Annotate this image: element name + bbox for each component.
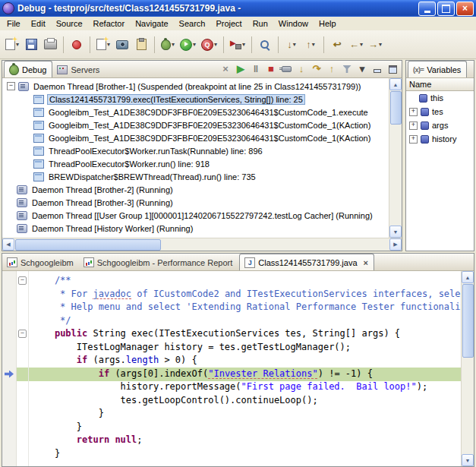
- debug-tree-vertical-scrollbar[interactable]: ▲ ▼: [389, 78, 402, 238]
- menu-help[interactable]: Help: [314, 17, 342, 30]
- scroll-thumb[interactable]: [15, 239, 161, 251]
- minimize-window-button[interactable]: [418, 2, 436, 16]
- tree-item-label: Daemon Thread [[User Group 1][000001]124…: [30, 211, 374, 220]
- step-over-button[interactable]: ↷: [310, 63, 323, 76]
- last-edit-location-button[interactable]: ↩: [328, 35, 346, 55]
- tab-servers[interactable]: Servers: [52, 62, 105, 77]
- menu-window[interactable]: Window: [273, 17, 314, 30]
- code-token: length: [126, 355, 159, 365]
- scroll-thumb[interactable]: [462, 284, 474, 358]
- test-report-button[interactable]: [132, 35, 150, 55]
- scroll-up-button[interactable]: ▲: [389, 78, 402, 90]
- menu-run[interactable]: Run: [247, 17, 273, 30]
- step-into-button[interactable]: ↓: [295, 63, 308, 76]
- variable-row[interactable]: +history: [406, 132, 474, 146]
- tab-schgoogleibm-performance-report[interactable]: Schgoogleibm - Performance Report: [79, 254, 238, 270]
- debug-view-toolbar: ×▶‖■↓↷↑▾: [216, 61, 402, 77]
- tab-class1241455731799-java[interactable]: JClass1241455731799.java×: [239, 254, 374, 270]
- menu-source[interactable]: Source: [51, 17, 88, 30]
- folding-ruler[interactable]: −−: [16, 271, 29, 466]
- menu-refactor[interactable]: Refactor: [88, 17, 131, 30]
- tab-schgoogleibm[interactable]: Schgoogleibm: [2, 254, 79, 270]
- code-token: if: [77, 355, 87, 365]
- scroll-down-button[interactable]: ▼: [462, 454, 474, 466]
- tree-item-stack-frame[interactable]: Googleibm_Test_A1DE38C9DDF3FBF0E209E5323…: [2, 131, 389, 144]
- tab-variables[interactable]: (x)= Variables: [408, 61, 467, 77]
- expander-minus-icon[interactable]: −: [7, 82, 15, 90]
- java-editor[interactable]: −− /** * For javadoc of ICustomCode2 and…: [2, 271, 474, 466]
- back-button[interactable]: ←▾: [347, 35, 365, 55]
- close-window-button[interactable]: ×: [456, 2, 474, 16]
- variables-column-header-name[interactable]: Name: [406, 78, 474, 91]
- code-text[interactable]: /** * For javadoc of ICustomCode2 and IT…: [28, 271, 462, 466]
- eclipse-logo-icon: [2, 2, 14, 14]
- expander-plus-icon[interactable]: +: [409, 121, 418, 130]
- fold-collapse-icon[interactable]: −: [18, 330, 27, 338]
- variable-row[interactable]: +args: [406, 118, 474, 132]
- tree-item-stack-frame[interactable]: BREWDispatcher$BREWThread(Thread).run() …: [2, 170, 389, 183]
- menu-project[interactable]: Project: [210, 17, 247, 30]
- titlebar: Debug - testproj/src/test/Class124145573…: [0, 0, 476, 17]
- maximize-window-button[interactable]: [437, 2, 455, 16]
- suspend-button[interactable]: ‖: [249, 63, 263, 76]
- menu-navigate[interactable]: Navigate: [130, 17, 173, 30]
- remove-all-terminated-button[interactable]: ×: [219, 63, 232, 76]
- menu-file[interactable]: File: [2, 17, 26, 30]
- save-icon: [26, 39, 37, 50]
- variable-icon: [419, 94, 427, 103]
- menu-edit[interactable]: Edit: [26, 17, 51, 30]
- variable-name: tes: [432, 107, 443, 116]
- new-report-button[interactable]: ▾: [94, 35, 112, 55]
- tree-item-thread[interactable]: −Daemon Thread [Brother-1] (Suspended (b…: [2, 80, 389, 93]
- step-return-button[interactable]: ↑: [325, 63, 339, 76]
- expander-plus-icon[interactable]: +: [409, 135, 418, 144]
- view-menu-button[interactable]: ▾: [355, 63, 369, 76]
- tree-item-stack-frame[interactable]: ThreadPoolExecutor$Worker.run() line: 91…: [2, 157, 389, 170]
- screen-capture-button[interactable]: [113, 35, 131, 55]
- run-coverage-button[interactable]: Q▾: [199, 35, 219, 55]
- debug-tree-horizontal-scrollbar[interactable]: ◀ ▶: [2, 238, 402, 251]
- tree-item-thread[interactable]: Daemon Thread [Brother-3] (Running): [2, 196, 389, 209]
- resume-button[interactable]: ▶: [234, 63, 247, 76]
- scroll-up-button[interactable]: ▲: [462, 271, 474, 283]
- tree-item-thread[interactable]: Daemon Thread [History Worker] (Running): [2, 222, 389, 235]
- new-wizard-button[interactable]: ▾: [3, 35, 21, 55]
- save-button[interactable]: [22, 35, 40, 55]
- variable-row[interactable]: this: [406, 91, 474, 105]
- record-test-button[interactable]: [68, 35, 86, 55]
- scroll-thumb[interactable]: [390, 91, 402, 125]
- debug-launch-tree[interactable]: −Daemon Thread [Brother-1] (Suspended (b…: [2, 80, 389, 238]
- tree-item-stack-frame[interactable]: Class1241455731799.exec(ITestExecutionSe…: [2, 93, 389, 106]
- scroll-left-button[interactable]: ◀: [2, 238, 14, 251]
- variables-list[interactable]: this+tes+args+history: [406, 91, 474, 251]
- forward-button[interactable]: →▾: [366, 35, 384, 55]
- disconnect-button[interactable]: [279, 63, 293, 76]
- annotation-ruler[interactable]: [2, 271, 17, 466]
- editor-vertical-scrollbar[interactable]: ▲ ▼: [461, 271, 474, 466]
- tree-item-stack-frame[interactable]: Googleibm_Test_A1DE38C9DDF3FBF0E209E5323…: [2, 118, 389, 131]
- tree-item-stack-frame[interactable]: Googleibm_Test_A1DE38C9DDF3FBF0E209E5323…: [2, 106, 389, 118]
- variable-row[interactable]: +tes: [406, 105, 474, 118]
- close-tab-button[interactable]: ×: [364, 259, 368, 267]
- tree-item-thread[interactable]: Daemon Thread [Brother-2] (Running): [2, 183, 389, 196]
- tree-item-stack-frame[interactable]: ThreadPoolExecutor$Worker.runTask(Runnab…: [2, 144, 389, 157]
- print-button[interactable]: [41, 35, 59, 55]
- previous-annotation-button[interactable]: ↑▾: [301, 35, 320, 55]
- scroll-down-button[interactable]: ▼: [389, 226, 402, 238]
- maximize-view-button[interactable]: [386, 63, 399, 76]
- run-button[interactable]: ▾: [178, 35, 198, 55]
- next-annotation-button[interactable]: ↓▾: [282, 35, 301, 55]
- tree-item-thread[interactable]: Daemon Thread [[User Group 1][000001]124…: [2, 209, 389, 222]
- scroll-right-button[interactable]: ▶: [389, 238, 402, 251]
- expander-plus-icon[interactable]: +: [409, 108, 418, 116]
- debug-button[interactable]: ▾: [159, 35, 177, 55]
- minimize-view-button[interactable]: [370, 63, 384, 76]
- use-step-filters-button[interactable]: [340, 63, 354, 76]
- terminate-button[interactable]: ■: [264, 63, 278, 76]
- menu-search[interactable]: Search: [174, 17, 211, 30]
- fold-collapse-icon[interactable]: −: [18, 276, 27, 285]
- external-tools-button[interactable]: ▾: [228, 35, 247, 55]
- tab-debug[interactable]: Debug: [4, 61, 52, 77]
- search-button[interactable]: [256, 35, 274, 55]
- main-toolbar: ▾▾▾▾Q▾▾↓▾↑▾↩←▾→▾: [0, 30, 476, 59]
